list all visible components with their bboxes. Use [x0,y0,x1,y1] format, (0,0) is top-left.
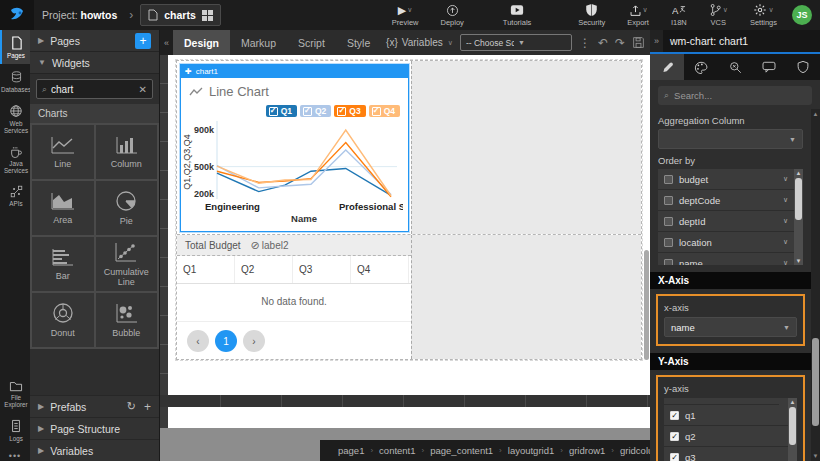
option-location[interactable]: location∨ [658,232,794,253]
grid-icon[interactable] [202,10,213,21]
widget-column[interactable]: Column [96,125,158,179]
screen-size-select[interactable]: -- Choose Screen Size -- ▼ [460,34,572,51]
next-page-button[interactable]: › [243,330,265,352]
breadcrumb-gridrow1[interactable]: gridrow1 [569,445,605,456]
layout-grid[interactable]: ✚ chart1 Line Chart ✓Q1✓Q2✓Q3✓Q4 900k500… [176,60,642,360]
tab-markup[interactable]: Markup [230,30,287,55]
page-tab-charts[interactable]: charts [140,4,221,26]
option-q2[interactable]: ✓q2 [664,426,788,447]
tab-script[interactable]: Script [287,30,336,55]
rail-item-pages[interactable]: Pages [0,30,30,64]
data-table[interactable]: Q1Q2Q3Q4 No data found. ‹ 1 › [177,256,411,352]
save-icon[interactable] [632,36,645,49]
rail-item-apis[interactable]: APIs [0,179,30,212]
i18n-button[interactable]: AI18N [671,4,687,27]
grid-column-2b[interactable] [411,235,641,359]
total-budget-row[interactable]: Total Budget ⊘ label2 [177,235,411,256]
widget-bar[interactable]: Bar [32,237,94,291]
variables-accordion[interactable]: ▶Variables [30,439,159,461]
widget-donut[interactable]: Donut [32,293,94,347]
table-header-q3[interactable]: Q3 [293,256,351,283]
chevron-down-icon[interactable]: ∨ [783,217,788,225]
table-header-q2[interactable]: Q2 [235,256,293,283]
tab-style[interactable]: Style [336,30,381,55]
chevron-down-icon[interactable]: ∨ [783,175,788,183]
canvas-scrollbar[interactable] [644,250,649,360]
add-page-button[interactable]: + [135,33,151,49]
rail-item-logs[interactable]: Logs [0,413,30,447]
security-button[interactable]: Security [578,4,605,27]
rail-item-java-services[interactable]: Java Services [0,139,30,179]
grid-column-1b[interactable]: Total Budget ⊘ label2 Q1Q2Q3Q4 No data f… [177,235,411,359]
user-avatar[interactable]: JS [792,5,812,25]
panel-scrollbar[interactable]: ▲ ▼ [811,109,820,461]
rail-item-databases[interactable]: Databases [0,64,30,98]
option-budget[interactable]: budget∨ [658,169,794,190]
order-by-scrollbar[interactable]: ▲ ▼ [794,169,803,265]
chevron-down-icon[interactable]: ∨ [783,238,788,246]
rail-item-web-services[interactable]: Web Services [0,98,30,139]
clear-search-icon[interactable]: ✕ [139,84,147,95]
breadcrumb-layoutgrid1[interactable]: layoutgrid1 [508,445,554,456]
checkbox-icon[interactable] [664,238,673,247]
table-header-q4[interactable]: Q4 [351,256,409,283]
grid-column-1[interactable]: ✚ chart1 Line Chart ✓Q1✓Q2✓Q3✓Q4 900k500… [177,61,411,234]
variables-button[interactable]: {x} Variables ∨ [386,37,453,48]
option-q1[interactable]: ✓q1 [664,405,788,426]
checkbox-icon[interactable]: ✓ [670,432,679,441]
chart1-widget[interactable]: ✚ chart1 Line Chart ✓Q1✓Q2✓Q3✓Q4 900k500… [180,64,409,232]
widget-pie[interactable]: Pie [96,181,158,235]
wavemaker-logo-icon[interactable] [0,0,34,30]
checkbox-icon[interactable]: ✓ [670,453,679,461]
checkbox-icon[interactable] [664,259,673,266]
more-options-icon[interactable]: ••• [0,451,30,461]
table-header-q1[interactable]: Q1 [177,256,235,283]
properties-search-input[interactable] [674,90,806,101]
preview-button[interactable]: ▶∨ Preview [392,4,419,27]
kebab-menu-icon[interactable]: ⋮ [579,36,591,50]
widget-search-input[interactable] [51,84,135,95]
legend-item-q3[interactable]: ✓Q3 [334,105,365,117]
tutorials-button[interactable]: Tutorials [503,4,531,27]
refresh-icon[interactable]: ↻ [127,400,136,414]
rail-item-file-explorer[interactable]: File Explorer [0,374,30,413]
pages-accordion[interactable]: ▶ Pages + [30,30,159,52]
chevron-down-icon[interactable]: ∨ [783,259,788,265]
prefabs-accordion[interactable]: ▶Prefabs↻+ [30,395,159,417]
properties-tab-pencil[interactable] [650,54,684,80]
grid-column-2[interactable] [411,61,641,234]
checkbox-icon[interactable] [664,196,673,205]
checkbox-icon[interactable] [664,175,673,184]
option-q3[interactable]: ✓q3 [664,447,788,461]
label2-widget[interactable]: ⊘ label2 [251,239,289,252]
option-deptCode[interactable]: deptCode∨ [658,190,794,211]
collapse-left-panel-icon[interactable]: « [160,30,173,55]
legend-item-q4[interactable]: ✓Q4 [369,105,400,117]
option-name[interactable]: name∨ [658,253,794,265]
plus-icon[interactable]: + [144,400,151,414]
widget-bubble[interactable]: Bubble [96,293,158,347]
deploy-button[interactable]: Deploy [440,4,463,27]
breadcrumb-page1[interactable]: page1 [338,445,364,456]
undo-icon[interactable]: ↶ [598,36,608,50]
vcs-button[interactable]: ∨VCS [709,4,728,27]
option-deptId[interactable]: deptId∨ [658,211,794,232]
properties-tab-message[interactable] [752,54,786,80]
design-canvas[interactable]: ✚ chart1 Line Chart ✓Q1✓Q2✓Q3✓Q4 900k500… [160,55,650,428]
aggregation-column-select[interactable]: ▼ [658,129,803,149]
y-axis-scrollbar[interactable]: ▲ ▼ [788,398,797,461]
breadcrumb-page_content1[interactable]: page_content1 [430,445,493,456]
chart1-widget-header[interactable]: ✚ chart1 [181,65,408,78]
tab-design[interactable]: Design [173,30,230,55]
checkbox-icon[interactable] [664,217,673,226]
prev-page-button[interactable]: ‹ [187,330,209,352]
properties-tab-palette[interactable] [684,54,718,80]
x-axis-select[interactable]: name ▼ [664,317,797,337]
widget-line[interactable]: Line [32,125,94,179]
legend-item-q1[interactable]: ✓Q1 [266,105,297,117]
expand-panel-icon[interactable]: » [650,30,663,52]
widget-cumulative-line[interactable]: Cumulative Line [96,237,158,291]
properties-tab-zoom-cancel[interactable] [718,54,752,80]
breadcrumb-content1[interactable]: content1 [379,445,415,456]
checkbox-icon[interactable]: ✓ [670,411,679,420]
